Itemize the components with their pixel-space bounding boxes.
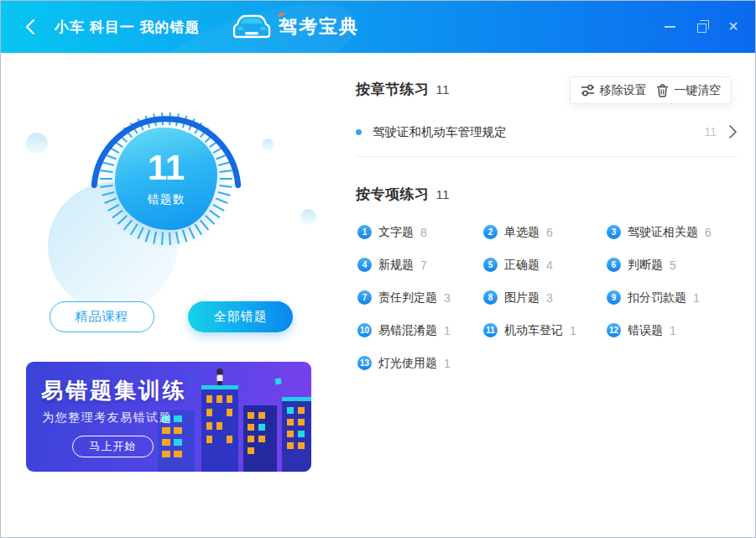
special-item[interactable]: 1文字题8 <box>357 225 483 240</box>
sliders-icon <box>581 84 595 97</box>
chapter-item-count: 11 <box>704 125 717 138</box>
item-count: 3 <box>546 291 553 305</box>
item-count: 1 <box>444 357 451 370</box>
trash-icon <box>656 84 669 97</box>
item-label: 灯光使用题 <box>378 356 437 371</box>
wrong-count-gauge: 11 错题数 <box>115 128 217 230</box>
special-section-title-text: 按专项练习 <box>356 186 430 202</box>
item-number-badge: 1 <box>357 225 372 239</box>
restore-button[interactable] <box>690 15 713 39</box>
breadcrumb: 小车 科目一 我的错题 <box>55 1 200 53</box>
item-number-badge: 3 <box>607 225 621 239</box>
item-label: 机动车登记 <box>504 323 563 338</box>
clear-all-label: 一键清空 <box>674 83 721 98</box>
remove-settings-button[interactable]: 移除设置 <box>581 83 647 98</box>
special-item[interactable]: 7责任判定题3 <box>357 290 483 306</box>
special-item[interactable]: 13灯光使用题1 <box>357 356 483 371</box>
window-controls: ✕ <box>658 1 745 53</box>
item-label: 图片题 <box>504 290 540 306</box>
bullet-icon <box>356 129 362 135</box>
item-label: 易错混淆题 <box>378 323 437 338</box>
title-bar: 小车 科目一 我的错题 驾考宝典 ✕ <box>1 1 755 53</box>
item-count: 1 <box>670 324 676 337</box>
item-number-badge: 7 <box>357 290 372 305</box>
chapter-list-item[interactable]: 驾驶证和机动车管理规定 11 <box>356 120 738 144</box>
item-label: 正确题 <box>504 258 540 273</box>
item-count: 8 <box>420 226 427 239</box>
close-button[interactable]: ✕ <box>722 15 745 39</box>
item-label: 单选题 <box>504 225 540 240</box>
special-item[interactable]: 5正确题4 <box>483 258 607 273</box>
back-button[interactable] <box>19 16 41 38</box>
decor-circle-small-1 <box>26 133 48 154</box>
item-number-badge: 13 <box>357 356 372 370</box>
item-label: 新规题 <box>378 258 414 273</box>
special-item[interactable]: 6判断题5 <box>607 258 743 273</box>
close-icon: ✕ <box>727 20 738 34</box>
special-item[interactable]: 4新规题7 <box>357 258 483 273</box>
special-item[interactable]: 11机动车登记1 <box>483 323 607 338</box>
special-item[interactable]: 10易错混淆题1 <box>357 323 483 338</box>
item-number-badge: 5 <box>483 258 498 272</box>
tools-box: 移除设置 一键清空 <box>570 76 732 104</box>
item-count: 1 <box>693 291 700 305</box>
chapter-item-label: 驾驶证和机动车管理规定 <box>373 124 704 140</box>
item-number-badge: 2 <box>483 225 498 239</box>
back-chevron-icon <box>25 18 35 35</box>
premium-courses-button[interactable]: 精品课程 <box>50 301 154 332</box>
decor-circle-small-2 <box>262 138 274 150</box>
minimize-button[interactable] <box>658 15 681 39</box>
item-label: 错误题 <box>628 323 663 338</box>
training-banner[interactable]: 易错题集训练 为您整理考友易错试题 马上开始 <box>26 362 311 472</box>
special-grid: 1文字题82单选题63驾驶证相关题64新规题75正确题46判断题57责任判定题3… <box>357 216 743 379</box>
section-divider <box>356 156 738 157</box>
item-label: 文字题 <box>378 225 414 240</box>
car-logo-icon <box>232 12 271 42</box>
item-number-badge: 6 <box>607 258 621 272</box>
wrong-count-value: 11 <box>148 150 185 185</box>
clear-all-button[interactable]: 一键清空 <box>656 83 721 98</box>
banner-title: 易错题集训练 <box>41 376 187 405</box>
banner-subtitle: 为您整理考友易错试题 <box>42 410 172 426</box>
special-section-title: 按专项练习11 <box>356 185 450 204</box>
banner-start-button[interactable]: 马上开始 <box>72 436 154 457</box>
item-label: 驾驶证相关题 <box>628 225 698 240</box>
item-count: 5 <box>670 259 676 272</box>
item-count: 1 <box>444 324 451 337</box>
left-button-row: 精品课程 全部错题 <box>50 301 293 332</box>
brand-logo: 驾考宝典 <box>232 1 359 53</box>
item-number-badge: 4 <box>357 258 372 272</box>
item-count: 3 <box>444 291 451 305</box>
special-item[interactable]: 8图片题3 <box>483 290 607 306</box>
minimize-icon <box>665 26 675 28</box>
chapter-section-title-text: 按章节练习 <box>356 81 430 97</box>
special-item[interactable]: 2单选题6 <box>483 225 607 240</box>
wrong-count-label: 错题数 <box>148 192 185 207</box>
item-label: 扣分罚款题 <box>628 290 686 306</box>
item-label: 判断题 <box>628 258 663 273</box>
app-window: 小车 科目一 我的错题 驾考宝典 ✕ 11 错题数 精品课程 <box>0 0 756 538</box>
all-wrong-questions-button[interactable]: 全部错题 <box>188 301 293 332</box>
decor-circle-small-3 <box>300 209 316 225</box>
restore-icon <box>697 24 706 33</box>
item-count: 7 <box>420 259 427 272</box>
item-number-badge: 9 <box>607 290 621 305</box>
item-count: 6 <box>705 226 712 239</box>
special-item[interactable]: 12错误题1 <box>607 323 743 338</box>
item-count: 1 <box>570 324 576 337</box>
item-label: 责任判定题 <box>378 290 437 306</box>
chapter-section-count: 11 <box>436 82 451 97</box>
item-number-badge: 8 <box>483 290 498 305</box>
brand-name: 驾考宝典 <box>279 14 359 39</box>
item-number-badge: 10 <box>357 323 372 337</box>
chapter-section-title: 按章节练习11 <box>356 80 450 99</box>
remove-settings-label: 移除设置 <box>600 83 647 98</box>
special-item[interactable]: 9扣分罚款题1 <box>607 290 743 306</box>
item-count: 4 <box>546 259 553 272</box>
special-section-count: 11 <box>436 187 451 201</box>
item-count: 6 <box>546 226 553 239</box>
special-item[interactable]: 3驾驶证相关题6 <box>607 225 743 240</box>
chevron-right-icon <box>728 124 738 139</box>
item-number-badge: 12 <box>607 323 621 337</box>
item-number-badge: 11 <box>483 323 498 337</box>
